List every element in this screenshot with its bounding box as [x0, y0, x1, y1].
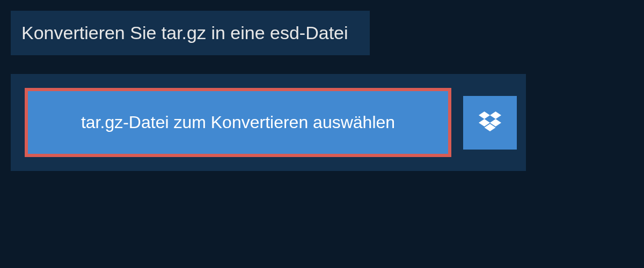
select-file-button[interactable]: tar.gz-Datei zum Konvertieren auswählen [25, 88, 451, 157]
heading-wrapper: Konvertieren Sie tar.gz in eine esd-Date… [11, 11, 370, 55]
upload-panel: tar.gz-Datei zum Konvertieren auswählen [11, 74, 526, 171]
page-title: Konvertieren Sie tar.gz in eine esd-Date… [21, 23, 348, 43]
dropbox-icon [479, 111, 501, 134]
main-container: Konvertieren Sie tar.gz in eine esd-Date… [0, 0, 644, 182]
dropbox-button[interactable] [463, 96, 517, 150]
select-file-label: tar.gz-Datei zum Konvertieren auswählen [81, 113, 395, 132]
